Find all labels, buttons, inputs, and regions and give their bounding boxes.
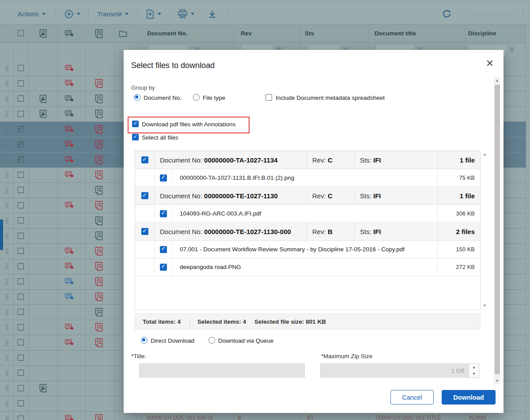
preview-document-icon[interactable] <box>95 307 103 317</box>
preview-document-icon[interactable] <box>95 170 103 180</box>
drag-handle-icon[interactable] <box>5 172 9 178</box>
comment-icon[interactable] <box>65 125 74 133</box>
comment-icon[interactable] <box>65 415 74 420</box>
drag-handle-icon[interactable] <box>5 217 9 224</box>
preview-document-icon[interactable] <box>95 94 103 103</box>
file-checkbox[interactable] <box>160 210 167 217</box>
scroll-down-icon[interactable]: ▼ <box>494 378 500 384</box>
preview-document-icon[interactable] <box>95 125 103 134</box>
group-checkbox[interactable] <box>141 156 148 163</box>
locked-document-icon[interactable] <box>39 95 47 103</box>
row-checkbox[interactable] <box>18 217 24 223</box>
drag-handle-icon[interactable] <box>5 156 9 163</box>
row-checkbox[interactable] <box>18 111 24 117</box>
row-checkbox[interactable] <box>18 339 24 345</box>
comment-icon[interactable] <box>65 171 74 179</box>
drag-handle-icon[interactable] <box>5 278 9 285</box>
preview-document-icon[interactable] <box>95 79 103 88</box>
export-document-button[interactable] <box>146 4 161 24</box>
preview-document-icon[interactable] <box>95 140 103 149</box>
row-checkbox[interactable] <box>18 309 24 315</box>
row-checkbox[interactable] <box>18 248 24 254</box>
row-checkbox[interactable] <box>18 95 24 102</box>
stepper-down-icon[interactable]: ▼ <box>469 371 479 377</box>
preview-document-icon[interactable] <box>95 246 103 256</box>
drag-handle-icon[interactable] <box>5 400 9 407</box>
comment-icon[interactable] <box>65 278 74 285</box>
row-checkbox[interactable] <box>18 355 24 361</box>
group-by-document-no-radio[interactable] <box>134 94 140 101</box>
comment-icon[interactable] <box>65 156 74 163</box>
sort-ascending-icon[interactable]: ↑ <box>193 30 196 36</box>
preview-document-icon[interactable] <box>95 201 103 210</box>
comment-icon[interactable] <box>65 95 74 102</box>
filter-funnel-icon[interactable] <box>509 48 515 53</box>
preview-document-icon[interactable] <box>95 216 103 225</box>
preview-document-icon[interactable] <box>95 414 103 420</box>
group-by-file-type-radio[interactable] <box>193 94 200 101</box>
drag-handle-icon[interactable] <box>5 355 9 361</box>
comment-icon[interactable] <box>65 339 74 346</box>
row-checkbox[interactable] <box>18 324 24 330</box>
comment-icon[interactable] <box>65 80 74 87</box>
preview-document-icon[interactable] <box>95 338 103 347</box>
drag-handle-icon[interactable] <box>5 233 9 239</box>
list-scroll-up-icon[interactable]: ▲ <box>483 152 487 156</box>
comment-icon[interactable] <box>65 247 74 255</box>
row-checkbox[interactable] <box>18 370 24 376</box>
transmit-menu-button[interactable]: Transmit <box>97 4 129 24</box>
row-checkbox[interactable] <box>18 294 24 300</box>
drag-handle-icon[interactable] <box>5 263 9 270</box>
row-checkbox[interactable] <box>18 202 24 208</box>
comment-icon[interactable] <box>65 324 74 331</box>
download-with-annotations-checkbox[interactable] <box>132 121 139 127</box>
drag-handle-icon[interactable] <box>5 80 9 87</box>
column-header-sts[interactable]: Sts <box>305 30 314 37</box>
drag-handle-icon[interactable] <box>5 141 9 148</box>
row-checkbox[interactable] <box>18 263 24 269</box>
drag-handle-icon[interactable] <box>5 294 9 300</box>
comment-icon[interactable] <box>65 141 74 148</box>
drag-handle-icon[interactable] <box>5 339 9 346</box>
file-checkbox[interactable] <box>160 246 167 253</box>
direct-download-radio[interactable] <box>141 337 148 344</box>
select-all-files-checkbox[interactable] <box>132 134 139 140</box>
drag-handle-icon[interactable] <box>5 202 9 209</box>
preview-document-icon[interactable] <box>95 262 103 271</box>
cancel-button[interactable]: Cancel <box>390 390 434 405</box>
comment-icon[interactable] <box>65 293 74 301</box>
preview-document-icon[interactable] <box>95 323 103 332</box>
file-checkbox[interactable] <box>160 174 167 182</box>
row-checkbox[interactable] <box>18 278 24 284</box>
add-button[interactable] <box>64 4 80 24</box>
drag-handle-icon[interactable] <box>5 416 9 420</box>
preview-document-icon[interactable] <box>95 155 103 164</box>
row-checkbox[interactable] <box>18 385 24 391</box>
refresh-button[interactable] <box>442 4 452 24</box>
drag-handle-icon[interactable] <box>5 324 9 331</box>
scroll-up-icon[interactable]: ▲ <box>494 77 500 84</box>
column-header-document-title[interactable]: Document title <box>375 30 416 37</box>
file-checkbox[interactable] <box>160 264 167 271</box>
zip-size-input[interactable]: 1 GB ▲ ▼ <box>320 363 479 378</box>
preview-document-icon[interactable] <box>95 277 103 286</box>
download-button[interactable]: Download <box>442 390 496 405</box>
title-input[interactable] <box>139 363 305 378</box>
scrollbar-thumb[interactable] <box>495 85 500 374</box>
clear-all-filters-button[interactable]: Clear all filters <box>464 4 515 24</box>
drag-handle-icon[interactable] <box>5 95 9 102</box>
include-metadata-checkbox[interactable] <box>265 94 272 101</box>
row-checkbox[interactable] <box>18 141 24 148</box>
row-checkbox[interactable] <box>18 233 24 239</box>
row-checkbox[interactable] <box>18 187 24 193</box>
drag-handle-icon[interactable] <box>5 126 9 132</box>
comment-icon[interactable] <box>65 202 74 209</box>
drag-handle-icon[interactable] <box>5 111 9 117</box>
drag-handle-icon[interactable] <box>5 65 9 72</box>
locked-document-icon[interactable] <box>39 110 47 118</box>
download-via-queue-radio[interactable] <box>208 337 215 344</box>
close-icon[interactable]: ✕ <box>484 58 496 69</box>
select-all-checkbox[interactable] <box>18 30 24 36</box>
drag-handle-icon[interactable] <box>5 309 9 315</box>
drag-handle-icon[interactable] <box>5 385 9 392</box>
